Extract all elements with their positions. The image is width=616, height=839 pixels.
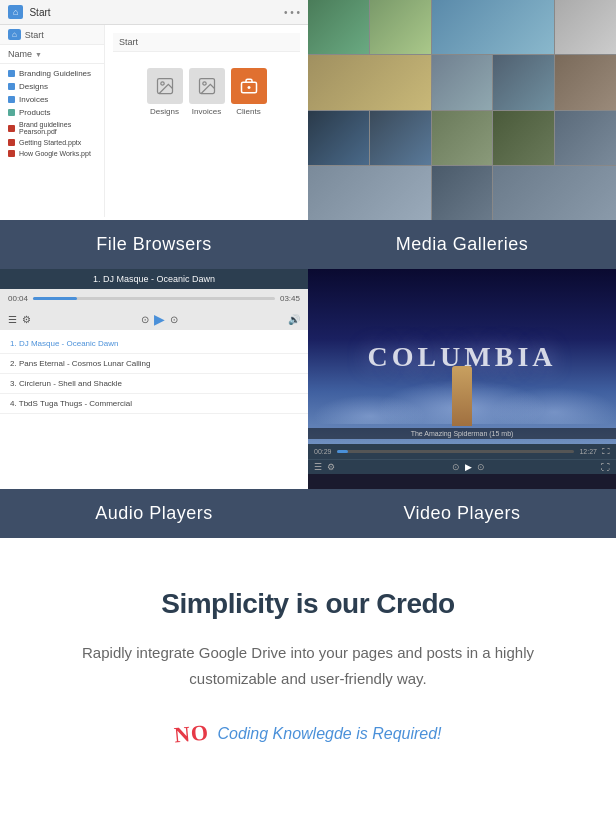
app-container: ⌂ Start • • • ⌂ Start Name bbox=[0, 0, 616, 777]
file-browsers-label: File Browsers bbox=[0, 220, 308, 269]
ap-track-4[interactable]: 4. TbdS Tuga Thugs - Commercial bbox=[0, 394, 308, 414]
fb-home-icon: ⌂ bbox=[8, 5, 23, 19]
list-item: Invoices bbox=[0, 93, 104, 106]
clients-label: Clients bbox=[236, 107, 260, 116]
vp-settings-icon[interactable]: ⚙ bbox=[327, 462, 335, 472]
vp-controls: 00:29 12:27 ⛶ bbox=[308, 444, 616, 459]
gallery-cell bbox=[370, 0, 431, 54]
list-item: Brand guidelines Pearson.pdf bbox=[0, 119, 104, 137]
credo-title: Simplicity is our Credo bbox=[60, 588, 556, 620]
vp-movie-frame: COLUMBIA The Amazing Spiderman (15 mb) bbox=[308, 269, 616, 444]
clients-icon bbox=[231, 68, 267, 104]
vp-fullscreen-icon[interactable]: ⛶ bbox=[602, 447, 610, 456]
fb-name-label: Name bbox=[8, 49, 32, 59]
vp-prev-icon[interactable]: ⊙ bbox=[452, 462, 460, 472]
media-gallery-preview bbox=[308, 0, 616, 220]
svg-point-3 bbox=[202, 82, 205, 85]
ap-play-icon[interactable]: ▶ bbox=[154, 311, 165, 327]
credo-description: Rapidly integrate Google Drive into your… bbox=[60, 640, 556, 691]
item-icon bbox=[8, 139, 15, 146]
feature-grid: ⌂ Start • • • ⌂ Start Name bbox=[0, 0, 616, 538]
ap-list-icon[interactable]: ☰ bbox=[8, 314, 17, 325]
card-video-players[interactable]: COLUMBIA The Amazing Spiderman (15 mb) 0… bbox=[308, 269, 616, 538]
item-icon bbox=[8, 109, 15, 116]
invoices-label: Invoices bbox=[192, 107, 221, 116]
fb-subbar: ⌂ Start bbox=[0, 25, 104, 45]
item-icon bbox=[8, 70, 15, 77]
video-players-label: Video Players bbox=[308, 489, 616, 538]
item-icon bbox=[8, 83, 15, 90]
list-item: Branding Guidelines bbox=[0, 67, 104, 80]
fb-item-invoices: Invoices bbox=[189, 68, 225, 116]
fb-sort-arrow: ▼ bbox=[35, 51, 42, 58]
vp-movie-title-overlay: The Amazing Spiderman (15 mb) bbox=[308, 428, 616, 439]
coding-required-text: Coding Knowlegde is Required! bbox=[217, 725, 441, 743]
gallery-cell bbox=[370, 111, 431, 165]
no-badge: NO bbox=[173, 720, 210, 749]
vp-progress-fill bbox=[337, 450, 349, 453]
gallery-cell bbox=[432, 111, 493, 165]
gallery-cell bbox=[432, 0, 555, 54]
vp-list-icon[interactable]: ☰ bbox=[314, 462, 322, 472]
list-item: Products bbox=[0, 106, 104, 119]
card-file-browsers[interactable]: ⌂ Start • • • ⌂ Start Name bbox=[0, 0, 308, 269]
list-item: Getting Started.pptx bbox=[0, 137, 104, 148]
ap-track-3[interactable]: 3. Circlerun - Shell and Shackle bbox=[0, 374, 308, 394]
vp-progress-bar[interactable] bbox=[337, 450, 575, 453]
ap-time-start: 00:04 bbox=[8, 294, 28, 303]
ap-track-2[interactable]: 2. Pans Eternal - Cosmos Lunar Calling bbox=[0, 354, 308, 374]
ap-tracklist: 1. DJ Masque - Oceanic Dawn 2. Pans Eter… bbox=[0, 330, 308, 489]
fb-topbar: ⌂ Start • • • bbox=[0, 0, 308, 25]
ap-volume-icon[interactable]: 🔊 bbox=[288, 314, 300, 325]
vp-time-end: 12:27 bbox=[579, 448, 597, 455]
credo-section: Simplicity is our Credo Rapidly integrat… bbox=[0, 538, 616, 777]
fb-topbar-title: Start bbox=[29, 7, 50, 18]
card-audio-players[interactable]: 1. DJ Masque - Oceanic Dawn 00:04 03:45 … bbox=[0, 269, 308, 538]
gallery-cell bbox=[308, 111, 369, 165]
ap-progress-area: 00:04 03:45 bbox=[0, 289, 308, 308]
fb-sidebar: ⌂ Start Name ▼ Branding Guidelines bbox=[0, 25, 105, 217]
audio-player-mockup: 1. DJ Masque - Oceanic Dawn 00:04 03:45 … bbox=[0, 269, 308, 489]
no-coding-statement: NO Coding Knowlegde is Required! bbox=[60, 721, 556, 747]
ap-progress-fill bbox=[33, 297, 77, 300]
fb-content-header: Start bbox=[113, 33, 300, 52]
gallery-cell bbox=[493, 111, 554, 165]
fb-dots: • • • bbox=[284, 7, 300, 18]
list-item: Designs bbox=[0, 80, 104, 93]
ap-prev-icon[interactable]: ⊙ bbox=[141, 314, 149, 325]
vp-time-start: 00:29 bbox=[314, 448, 332, 455]
file-browser-preview: ⌂ Start • • • ⌂ Start Name bbox=[0, 0, 308, 220]
gallery-cell bbox=[555, 55, 616, 109]
ap-time-end: 03:45 bbox=[280, 294, 300, 303]
card-media-galleries[interactable]: Media Galleries bbox=[308, 0, 616, 269]
vp-next-icon[interactable]: ⊙ bbox=[477, 462, 485, 472]
fb-name-bar: Name ▼ bbox=[0, 45, 104, 64]
ap-next-icon[interactable]: ⊙ bbox=[170, 314, 178, 325]
vp-controls2: ☰ ⚙ ⊙ ▶ ⊙ ⛶ bbox=[308, 459, 616, 474]
fb-icons-row: Designs bbox=[113, 68, 300, 116]
ap-controls: ☰ ⚙ ⊙ ▶ ⊙ 🔊 bbox=[0, 308, 308, 330]
ap-left-icons: ☰ ⚙ bbox=[8, 314, 31, 325]
ap-settings-icon[interactable]: ⚙ bbox=[22, 314, 31, 325]
fb-item-clients: Clients bbox=[231, 68, 267, 116]
video-player-mockup: COLUMBIA The Amazing Spiderman (15 mb) 0… bbox=[308, 269, 616, 489]
vp-resize-icon[interactable]: ⛶ bbox=[601, 462, 610, 472]
fb-path: Start bbox=[25, 30, 44, 40]
item-icon bbox=[8, 125, 15, 132]
designs-icon bbox=[147, 68, 183, 104]
gallery-cell bbox=[555, 111, 616, 165]
gallery-cell bbox=[308, 0, 369, 54]
audio-players-label: Audio Players bbox=[0, 489, 308, 538]
vp-play-icon[interactable]: ▶ bbox=[465, 462, 472, 472]
media-galleries-label: Media Galleries bbox=[308, 220, 616, 269]
gallery-cell bbox=[555, 0, 616, 54]
gallery-cell bbox=[308, 166, 431, 220]
ap-progress-bar[interactable] bbox=[33, 297, 275, 300]
item-icon bbox=[8, 96, 15, 103]
gallery-cell bbox=[493, 166, 616, 220]
video-player-preview: COLUMBIA The Amazing Spiderman (15 mb) 0… bbox=[308, 269, 616, 489]
invoices-icon bbox=[189, 68, 225, 104]
file-browser-mockup: ⌂ Start • • • ⌂ Start Name bbox=[0, 0, 308, 220]
gallery-cell bbox=[493, 55, 554, 109]
ap-track-1[interactable]: 1. DJ Masque - Oceanic Dawn bbox=[0, 334, 308, 354]
